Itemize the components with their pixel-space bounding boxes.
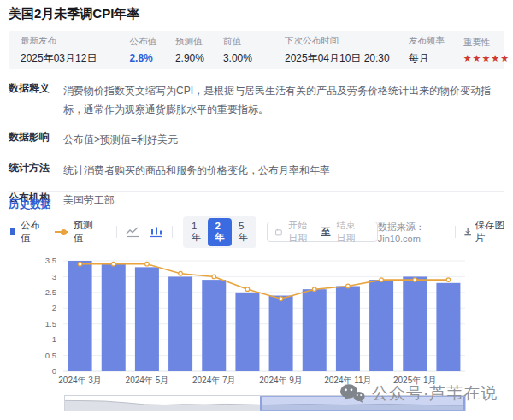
legend-published[interactable]: 公布值 [10,219,43,245]
history-chart[interactable]: 00.511.522.533.52024年 3月2024年 5月2024年 7月… [0,251,513,389]
date-separator: 至 [321,226,331,239]
svg-text:2024年 9月: 2024年 9月 [259,376,303,385]
importance-stars: ★★★★★ [463,53,510,64]
next-release-value: 2025年04月10日 20:30 [285,51,390,66]
wechat-icon [339,383,365,404]
next-release-label: 下次公布时间 [285,35,390,47]
detail-label: 数据释义 [9,81,51,119]
date-range-picker[interactable]: 开始日期 至 结束日期 [267,222,377,242]
detail-row-agency: 公布机构 美国劳工部 [9,191,504,210]
latest-release-label: 最新发布 [21,35,97,47]
forecast-value: 预测值 2.90% [175,36,204,64]
svg-text:1: 1 [52,334,56,344]
calendar-icon [275,228,282,237]
section-divider [9,191,504,192]
page-title: 美国2月未季调CPI年率 [9,6,139,22]
detail-row-impact: 数据影响 公布值>预测值=利好美元 [9,130,504,149]
svg-text:0: 0 [52,366,56,376]
published-value: 公布值 2.8% [129,36,156,64]
published-label: 公布值 [129,36,156,48]
indicator-detail-page: 美国2月未季调CPI年率 最新发布 2025年03月12日 公布值 2.8% 预… [0,0,513,420]
history-section-title: 历史数据 [9,198,51,212]
svg-text:0.5: 0.5 [45,351,56,360]
legend-published-label: 公布值 [21,219,43,245]
forecast-label: 预测值 [175,36,204,48]
detail-section: 数据释义 消费物价指数英文缩写为CPI，是根据与居民生活有关的产品及劳务价格统计… [9,81,504,221]
download-icon [464,227,471,237]
importance-label: 重要性 [463,37,510,49]
save-image-label: 保存图片 [475,219,504,245]
end-date-input[interactable]: 结束日期 [337,219,363,245]
previous-number: 3.00% [223,52,252,64]
detail-text: 美国劳工部 [63,191,504,210]
chart-type-switch [126,226,163,238]
next-release: 下次公布时间 2025年04月10日 20:30 [285,35,390,66]
legend-forecast-label: 预测值 [74,219,97,245]
data-source: 数据来源：Jin10.com [378,221,447,244]
svg-text:3: 3 [52,272,56,281]
detail-text: 统计消费者购买的商品和服务的价格变化，公布月率和年率 [63,161,504,180]
datazoom-handle-left[interactable] [260,397,262,410]
previous-value: 前值 3.00% [223,36,252,64]
watermark-text: 公众号·芦苇在说 [372,382,498,405]
detail-row-method: 统计方法 统计消费者购买的商品和服务的价格变化，公布月率和年率 [9,161,504,180]
line-chart-icon[interactable] [126,226,139,238]
detail-label: 统计方法 [9,161,51,180]
range-button-1y[interactable]: 1年 [185,218,209,246]
legend-line-dot-icon [55,231,68,233]
published-number: 2.8% [129,52,156,64]
detail-text: 公布值>预测值=利好美元 [63,130,504,149]
divider [455,226,456,238]
start-date-input[interactable]: 开始日期 [288,219,315,245]
bar-chart-icon[interactable] [150,226,163,238]
frequency-value: 每月 [409,51,445,66]
svg-text:2024年 5月: 2024年 5月 [126,376,169,385]
detail-label: 数据影响 [9,130,51,149]
legend-square-icon [10,228,15,235]
importance: 重要性 ★★★★★ [463,37,510,64]
svg-text:3.5: 3.5 [45,256,56,265]
svg-text:2024年 7月: 2024年 7月 [192,376,236,385]
legend-forecast[interactable]: 预测值 [55,219,96,245]
watermark: 公众号·芦苇在说 [339,382,498,405]
divider [116,226,117,238]
frequency-label: 发布频率 [409,35,445,47]
svg-text:1.5: 1.5 [45,319,56,328]
range-button-group: 1年 2年 5年 [183,216,257,248]
latest-release-value: 2025年03月12日 [21,51,97,66]
svg-text:2024年 3月: 2024年 3月 [58,376,102,385]
latest-release: 最新发布 2025年03月12日 [21,35,97,66]
range-button-5y[interactable]: 5年 [232,218,256,246]
chart-toolbar: 公布值 预测值 1年 2年 5年 [10,221,504,243]
svg-text:2.5: 2.5 [45,287,56,297]
toolbar-right: 数据来源：Jin10.com 保存图片 [378,219,504,245]
frequency: 发布频率 每月 [409,35,445,66]
previous-label: 前值 [223,36,252,48]
forecast-number: 2.90% [175,52,204,64]
svg-text:2: 2 [52,303,56,312]
summary-bar: 最新发布 2025年03月12日 公布值 2.8% 预测值 2.90% 前值 3… [9,31,504,69]
detail-text: 消费物价指数英文缩写为CPI，是根据与居民生活有关的产品及劳务价格统计出来的物价… [63,81,504,119]
detail-row-definition: 数据释义 消费物价指数英文缩写为CPI，是根据与居民生活有关的产品及劳务价格统计… [9,81,504,119]
save-image-button[interactable]: 保存图片 [464,219,504,245]
range-button-2y[interactable]: 2年 [208,218,232,246]
divider [172,226,173,238]
